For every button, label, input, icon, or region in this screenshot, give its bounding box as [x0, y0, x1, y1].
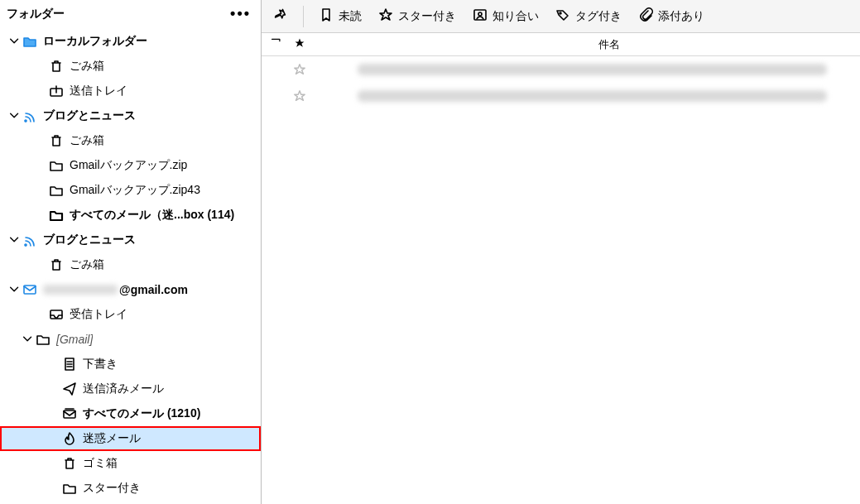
folder-label: すべてのメール (1210) [83, 406, 200, 421]
folder-label: 送信済みメール [83, 382, 164, 396]
folder-row[interactable]: 送信トレイ [0, 79, 261, 103]
message-row[interactable] [262, 56, 860, 83]
bookmark-icon [319, 7, 334, 25]
clip-icon [638, 7, 653, 25]
folder-label: 受信トレイ [70, 307, 127, 322]
folder-row[interactable]: 受信トレイ [0, 302, 261, 327]
folder-row[interactable]: ごみ箱 [0, 54, 261, 79]
folder-row[interactable]: スター付き [0, 476, 261, 501]
folder-row[interactable]: すべてのメール（迷...box (114) [0, 203, 261, 228]
rss-icon [22, 108, 38, 124]
sidebar-header: フォルダー ••• [0, 0, 261, 27]
folder-row[interactable]: ブログとニュース [0, 103, 261, 128]
message-panel: 未読スター付き知り合いタグ付き添付あり 件名 [262, 0, 860, 504]
filter-label: スター付き [398, 9, 456, 24]
filter-clip-button[interactable]: 添付あり [632, 4, 711, 28]
toolbar-divider [303, 6, 304, 27]
trash-icon [48, 132, 65, 149]
trash-icon [61, 455, 78, 472]
filter-label: 未読 [339, 9, 362, 24]
folder-row[interactable]: 送信済みメール [0, 377, 261, 401]
folder-row[interactable]: [Gmail] [0, 327, 261, 352]
folder-label: 迷惑メール [83, 431, 141, 446]
pin-icon [273, 7, 288, 25]
rss-icon [22, 232, 38, 248]
folder-label: Gmailバックアップ.zip43 [70, 183, 200, 198]
filter-label: タグ付き [575, 9, 622, 24]
folder-icon [35, 331, 51, 348]
draft-icon [61, 356, 78, 372]
filter-bookmark-button[interactable]: 未読 [312, 4, 368, 28]
outbox-icon [48, 83, 65, 99]
redacted-subject [358, 90, 827, 102]
message-row[interactable] [262, 83, 860, 109]
folder-label: ゴミ箱 [83, 456, 118, 471]
folder-label: ごみ箱 [70, 133, 104, 148]
folder-row[interactable]: すべてのメール (1210) [0, 401, 261, 426]
filter-toolbar: 未読スター付き知り合いタグ付き添付あり [262, 0, 860, 33]
folder-row[interactable]: Gmailバックアップ.zip [0, 153, 261, 178]
folder-label: 下書き [83, 357, 118, 372]
redacted-account-name [43, 285, 118, 295]
chevron-down-icon[interactable] [8, 35, 22, 48]
star-toggle[interactable] [288, 63, 311, 76]
folder-label: ローカルフォルダー [43, 34, 147, 49]
thread-icon [271, 37, 282, 51]
star-icon [294, 37, 305, 51]
allmail-icon [61, 406, 78, 422]
folder-row[interactable]: 下書き [0, 352, 261, 377]
folder-label: ごみ箱 [70, 257, 104, 272]
column-star[interactable] [288, 37, 311, 51]
folder-row[interactable]: ごみ箱 [0, 128, 261, 153]
trash-icon [48, 58, 65, 74]
folder-label: [Gmail] [56, 333, 93, 346]
folder-row[interactable]: ゴミ箱 [0, 451, 261, 476]
chevron-down-icon[interactable] [22, 333, 35, 346]
sent-icon [61, 381, 78, 397]
folder-label: @gmail.com [119, 283, 188, 296]
folder-label: ブログとニュース [43, 108, 136, 123]
fire-icon [61, 430, 78, 447]
folder-blue-icon [22, 33, 38, 50]
filter-label: 知り合い [492, 9, 539, 24]
sidebar-menu-button[interactable]: ••• [230, 5, 251, 22]
folder-row[interactable]: ローカルフォルダー [0, 29, 261, 54]
pin-filter-button[interactable] [267, 4, 295, 28]
filter-contact-button[interactable]: 知り合い [466, 4, 545, 28]
mail-blue-icon [22, 281, 38, 298]
column-thread[interactable] [265, 37, 288, 51]
folder-label: スター付き [83, 481, 141, 496]
message-list [262, 56, 860, 504]
folder-row[interactable]: 迷惑メール [0, 426, 261, 451]
folder-label: 送信トレイ [70, 84, 127, 98]
star-icon [378, 7, 393, 25]
folder-row[interactable]: ごみ箱 [0, 252, 261, 277]
column-subject[interactable]: 件名 [334, 37, 860, 52]
folder-label: ブログとニュース [43, 233, 136, 247]
trash-icon [48, 257, 65, 273]
folder-bold-icon [48, 207, 65, 223]
sidebar-title: フォルダー [7, 7, 65, 22]
folder-row[interactable]: ブログとニュース [0, 228, 261, 252]
folder-sidebar: フォルダー ••• ローカルフォルダーごみ箱送信トレイブログとニュースごみ箱Gm… [0, 0, 262, 504]
folder-icon [48, 182, 65, 199]
folder-tree: ローカルフォルダーごみ箱送信トレイブログとニュースごみ箱Gmailバックアップ.… [0, 27, 261, 504]
folder-label: ごみ箱 [70, 59, 104, 74]
folder-row[interactable]: @gmail.com [0, 277, 261, 302]
chevron-down-icon[interactable] [8, 109, 22, 122]
tag-icon [555, 7, 570, 25]
star-toggle[interactable] [288, 89, 311, 103]
filter-star-button[interactable]: スター付き [372, 4, 463, 28]
filter-tag-button[interactable]: タグ付き [549, 4, 628, 28]
folder-label: すべてのメール（迷...box (114) [70, 208, 234, 223]
chevron-down-icon[interactable] [8, 233, 22, 247]
message-list-header: 件名 [262, 33, 860, 56]
redacted-subject [358, 64, 827, 75]
chevron-down-icon[interactable] [8, 283, 22, 296]
filter-label: 添付あり [658, 9, 704, 24]
contact-icon [473, 7, 488, 25]
inbox-icon [48, 306, 65, 323]
folder-icon [48, 157, 65, 174]
folder-label: Gmailバックアップ.zip [70, 158, 187, 173]
folder-row[interactable]: Gmailバックアップ.zip43 [0, 178, 261, 203]
